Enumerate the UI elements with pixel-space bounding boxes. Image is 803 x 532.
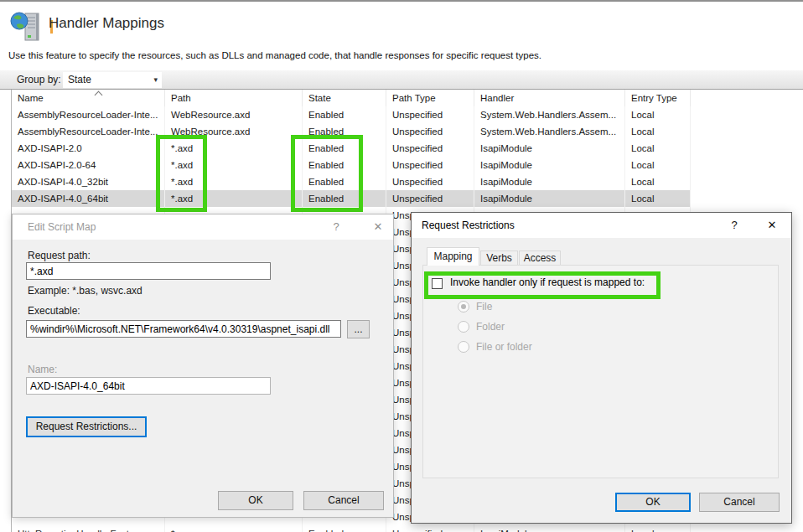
cell-name: AssemblyResourceLoader-Inte...	[12, 106, 165, 123]
cancel-button[interactable]: Cancel	[699, 493, 780, 512]
cell-name: AXD-ISAPI-2.0	[12, 140, 165, 157]
radio-file[interactable]	[458, 301, 469, 312]
cell-pathtype: Unspecified	[386, 140, 474, 157]
cell-name: AXD-ISAPI-2.0-64	[12, 157, 165, 173]
cell-pathtype: Unspecified	[386, 123, 474, 140]
cell-entrytype: Local	[625, 525, 691, 532]
cell-entrytype: Local	[625, 173, 691, 190]
col-header-handler[interactable]: Handler	[474, 90, 625, 106]
cell-entrytype: Local	[625, 157, 691, 173]
page-title: Handler Mappings	[49, 15, 164, 32]
col-header-path[interactable]: Path	[165, 90, 303, 106]
cell-handler: IsapiModule	[474, 173, 625, 190]
col-header-state[interactable]: State	[303, 90, 386, 106]
pane-top-border	[0, 0, 803, 2]
tab-mapping[interactable]: Mapping	[427, 247, 479, 266]
close-icon[interactable]: ✕	[764, 218, 780, 233]
dialog-title: Request Restrictions	[422, 220, 515, 231]
table-row[interactable]: AssemblyResourceLoader-Inte...WebResourc…	[12, 106, 690, 123]
help-icon[interactable]: ?	[328, 220, 345, 235]
handler-mappings-icon	[8, 10, 47, 45]
page-description: Use this feature to specify the resource…	[8, 50, 541, 60]
col-header-entrytype[interactable]: Entry Type	[625, 90, 691, 106]
group-by-value: State	[68, 74, 91, 85]
cell-state: Enabled	[303, 525, 386, 532]
name-label: Name:	[28, 364, 57, 375]
edit-script-map-dialog: Edit Script Map ? ✕ Request path: Exampl…	[12, 214, 394, 518]
radio-file-label: File	[476, 301, 492, 312]
table-header-row: Name Path State Path Type Handler Entry …	[12, 90, 690, 106]
radio-folder-label: Folder	[476, 321, 505, 333]
executable-label: Executable:	[28, 305, 80, 317]
cell-name: HttpRemotingHandlerFactor...	[12, 525, 165, 532]
cell-pathtype: Unspecified	[386, 106, 474, 123]
cell-name: AXD-ISAPI-4.0_64bit	[12, 190, 165, 207]
cell-entrytype: Local	[625, 140, 691, 157]
dialog-titlebar[interactable]: Edit Script Map ? ✕	[13, 214, 393, 240]
cell-handler: System.Web.Handlers.Assem...	[474, 123, 625, 140]
table-row[interactable]: HttpRemotingHandlerFactor...*.soapEnable…	[12, 525, 690, 532]
name-input	[26, 377, 271, 395]
cell-pathtype: Unspecified	[386, 525, 474, 532]
highlight-box-state-column	[291, 135, 363, 212]
close-icon[interactable]: ✕	[370, 220, 386, 235]
col-header-name[interactable]: Name	[12, 90, 165, 106]
highlight-box-path-column	[156, 135, 207, 212]
group-by-label: Group by:	[17, 74, 61, 85]
cell-handler: IsapiModule	[474, 157, 625, 173]
dialog-titlebar[interactable]: Request Restrictions ? ✕	[412, 213, 791, 238]
cell-entrytype: Local	[625, 190, 691, 207]
cancel-button[interactable]: Cancel	[303, 491, 384, 510]
help-icon[interactable]: ?	[726, 218, 743, 233]
cell-path: WebResource.axd	[165, 106, 303, 123]
cell-handler: IsapiModule	[474, 190, 625, 207]
tab-verbs[interactable]: Verbs	[480, 251, 518, 266]
cell-state: Enabled	[303, 106, 386, 123]
cell-pathtype: Unspecified	[386, 157, 474, 173]
col-header-pathtype[interactable]: Path Type	[386, 90, 474, 106]
cell-handler: IsapiModule	[474, 140, 625, 157]
cell-name: AssemblyResourceLoader-Inte...	[12, 123, 165, 140]
group-by-dropdown[interactable]: State ▾	[63, 72, 162, 88]
request-restrictions-dialog: Request Restrictions ? ✕ Mapping Verbs A…	[411, 212, 792, 524]
request-path-input[interactable]	[26, 262, 271, 280]
cell-entrytype: Local	[625, 123, 691, 140]
browse-button[interactable]: ...	[347, 320, 370, 338]
cell-handler: IsapiModule	[474, 525, 625, 532]
cell-path: *.soap	[165, 525, 303, 532]
cell-pathtype: Unspecified	[386, 173, 474, 190]
executable-input[interactable]	[26, 320, 341, 338]
highlight-box-invoke-handler	[424, 271, 661, 299]
ok-button[interactable]: OK	[615, 493, 691, 512]
radio-file-or-folder[interactable]	[458, 341, 469, 353]
request-path-example: Example: *.bas, wsvc.axd	[28, 285, 142, 297]
request-path-label: Request path:	[28, 250, 91, 261]
cell-pathtype: Unspecified	[386, 190, 474, 207]
request-restrictions-button[interactable]: Request Restrictions...	[26, 416, 147, 437]
cell-entrytype: Local	[625, 106, 691, 123]
cell-handler: System.Web.Handlers.Assem...	[474, 106, 625, 123]
radio-folder[interactable]	[458, 321, 469, 333]
dialog-title: Edit Script Map	[28, 221, 96, 233]
ok-button[interactable]: OK	[218, 491, 293, 510]
radio-file-or-folder-label: File or folder	[476, 341, 532, 353]
chevron-down-icon: ▾	[153, 72, 158, 88]
group-by-toolbar: Group by: State ▾	[0, 70, 803, 90]
cell-name: AXD-ISAPI-4.0_32bit	[12, 173, 165, 190]
tab-access[interactable]: Access	[519, 251, 561, 266]
